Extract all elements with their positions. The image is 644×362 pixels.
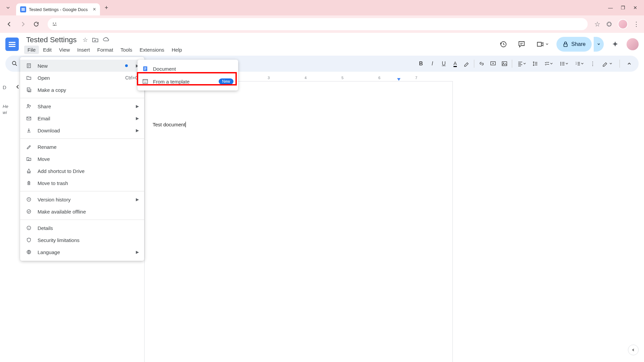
meet-icon[interactable] [533, 38, 552, 51]
add-comment-icon[interactable] [488, 58, 498, 69]
email-icon [25, 116, 32, 121]
doc-icon [142, 66, 148, 72]
menu-file[interactable]: File [24, 46, 39, 54]
comments-icon[interactable] [515, 38, 528, 51]
file-menu-rename[interactable]: Rename [20, 141, 144, 153]
submenu-arrow-icon: ▶ [136, 104, 139, 109]
file-menu-move[interactable]: Move [20, 153, 144, 165]
underline-icon[interactable]: U [438, 58, 449, 69]
bold-icon[interactable]: B [416, 58, 426, 69]
minimize-icon[interactable]: — [608, 5, 613, 10]
drive-shortcut-icon [25, 168, 32, 174]
file-menu-download[interactable]: Download ▶ [20, 124, 144, 136]
collapse-toolbar-icon[interactable] [624, 58, 635, 69]
bookmark-icon[interactable]: ☆ [594, 20, 600, 28]
version-history-icon[interactable] [497, 38, 510, 51]
new-badge: New [219, 78, 233, 84]
user-avatar[interactable] [627, 38, 639, 50]
right-indent-marker[interactable] [397, 78, 401, 81]
file-menu-offline[interactable]: Make available offline [20, 205, 144, 218]
checklist-icon[interactable] [541, 58, 556, 69]
file-menu-email[interactable]: Email ▶ [20, 112, 144, 124]
menu-bar: File Edit View Insert Format Tools Exten… [24, 46, 494, 54]
menu-edit[interactable]: Edit [40, 46, 55, 54]
docs-logo[interactable] [5, 38, 19, 51]
history-icon [25, 197, 32, 202]
menu-tools[interactable]: Tools [117, 46, 136, 54]
address-bar[interactable] [48, 18, 588, 30]
submenu-arrow-icon: ▶ [136, 128, 139, 133]
back-button[interactable] [5, 19, 14, 29]
share-dropdown[interactable] [594, 37, 604, 52]
svg-point-9 [560, 63, 561, 64]
submenu-from-template[interactable]: From a template New [138, 75, 238, 88]
search-icon[interactable] [9, 58, 20, 69]
file-menu-security[interactable]: Security limitations [20, 234, 144, 246]
link-icon[interactable] [476, 58, 487, 69]
editing-mode-icon[interactable] [599, 58, 615, 69]
browser-menu-icon[interactable]: ⋮ [633, 20, 639, 28]
browser-tab[interactable]: Tested Settings - Google Docs × [16, 3, 100, 15]
file-menu-details[interactable]: Details [20, 222, 144, 234]
svg-text:2: 2 [576, 63, 577, 65]
align-icon[interactable] [514, 58, 529, 69]
menu-extensions[interactable]: Extensions [136, 46, 167, 54]
italic-icon[interactable]: I [427, 58, 438, 69]
share-label: Share [571, 41, 586, 47]
extensions-icon[interactable] [606, 21, 612, 27]
folder-open-icon [25, 75, 32, 80]
document-title[interactable]: Tested Settings [24, 35, 78, 45]
svg-rect-3 [564, 44, 567, 47]
browser-profile-avatar[interactable] [618, 19, 628, 29]
site-settings-icon[interactable] [52, 21, 58, 27]
document-page[interactable]: Test document [144, 81, 453, 362]
close-tab-icon[interactable]: × [93, 6, 96, 12]
menu-insert[interactable]: Insert [74, 46, 93, 54]
text-color-icon[interactable]: A [450, 58, 461, 69]
share-button[interactable]: Share [556, 37, 592, 52]
docs-favicon [20, 6, 26, 12]
close-window-icon[interactable]: ✕ [633, 5, 637, 10]
file-menu-new[interactable]: New ▶ [20, 60, 144, 72]
numbered-list-icon[interactable]: 12 [572, 58, 587, 69]
file-menu-share[interactable]: Share ▶ [20, 100, 144, 112]
cloud-status-icon[interactable] [103, 36, 110, 44]
file-menu-make-copy[interactable]: Make a copy [20, 84, 144, 96]
svg-rect-14 [27, 88, 30, 91]
new-tab-button[interactable]: + [105, 4, 108, 11]
template-icon [142, 78, 148, 84]
new-indicator-dot [125, 64, 128, 67]
document-content[interactable]: Test document [153, 122, 186, 127]
move-folder-icon[interactable] [92, 37, 99, 43]
svg-rect-6 [502, 62, 507, 66]
menu-help[interactable]: Help [168, 46, 185, 54]
gemini-icon[interactable]: ✦ [608, 38, 622, 51]
file-menu-version-history[interactable]: Version history ▶ [20, 193, 144, 205]
insert-image-icon[interactable] [499, 58, 510, 69]
file-menu-trash[interactable]: Move to trash [20, 177, 144, 189]
explore-button[interactable] [628, 345, 639, 355]
submenu-document[interactable]: Document [138, 62, 238, 75]
highlight-icon[interactable] [461, 58, 472, 69]
line-spacing-icon[interactable] [530, 58, 540, 69]
more-options-icon[interactable]: ⋮ [587, 58, 598, 69]
maximize-icon[interactable]: ❐ [621, 5, 625, 10]
lock-icon [562, 41, 569, 47]
svg-rect-23 [143, 79, 148, 81]
file-menu-language[interactable]: Language ▶ [20, 246, 144, 258]
browser-toolbar: ☆ ⋮ [0, 15, 644, 33]
shield-icon [25, 237, 32, 243]
star-icon[interactable]: ☆ [83, 36, 88, 44]
outline-hint: He wi [3, 104, 21, 116]
menu-format[interactable]: Format [94, 46, 117, 54]
menu-view[interactable]: View [56, 46, 73, 54]
tab-search-button[interactable] [3, 2, 13, 13]
file-menu-open[interactable]: Open Ctrl+O [20, 72, 144, 84]
info-icon [25, 225, 32, 231]
new-submenu: Document From a template New [138, 60, 238, 90]
reload-button[interactable] [32, 19, 41, 29]
file-menu-add-shortcut[interactable]: Add shortcut to Drive [20, 165, 144, 177]
bullet-list-icon[interactable] [556, 58, 571, 69]
tab-title: Tested Settings - Google Docs [29, 7, 90, 12]
forward-button[interactable] [18, 19, 28, 29]
